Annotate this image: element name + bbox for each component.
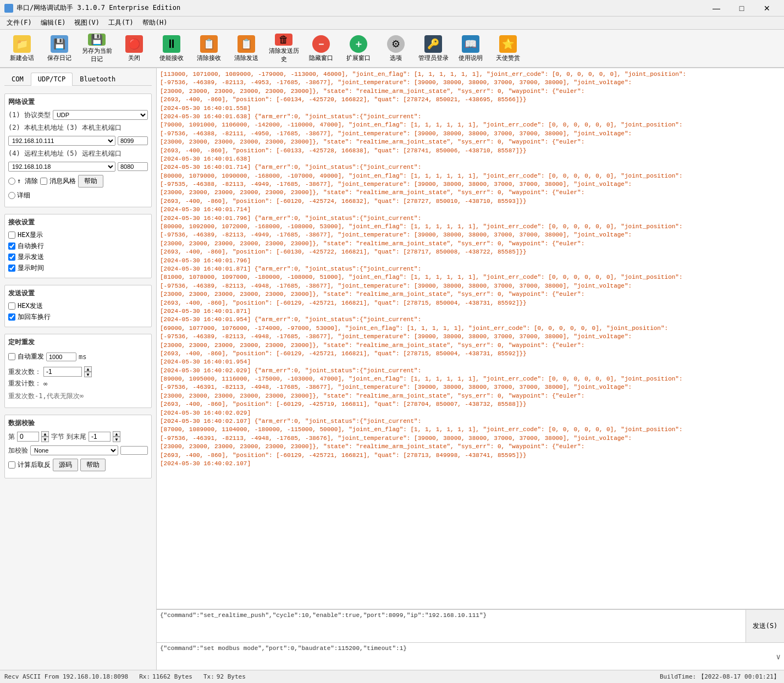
- resend-note-row: 重发次数-1,代表无限次∞: [8, 392, 148, 401]
- verify-end-down[interactable]: ▼: [113, 437, 120, 442]
- build-value: 【2022-08-17 00:01:21】: [698, 673, 780, 681]
- status-bar: Recv ASCII From 192.168.10.18:8098 Rx: 1…: [0, 670, 784, 683]
- protocol-select[interactable]: UDP: [53, 110, 148, 120]
- msg-format-label: 消息风格: [49, 177, 76, 186]
- verify-byte-up[interactable]: ▲: [41, 431, 49, 437]
- verify-end-spinner: ▲ ▼: [89, 431, 120, 442]
- show-time-check[interactable]: 显示时间: [8, 263, 148, 273]
- verify-byte-row: 第 ▲ ▼ 字节 到末尾 ▲ ▼: [8, 431, 148, 442]
- recv-info: Recv ASCII From 192.168.10.18:8098: [4, 673, 128, 680]
- verify-end-input[interactable]: [89, 432, 111, 442]
- help-btn-network[interactable]: 帮助: [78, 175, 103, 188]
- receive-settings-box: 接收设置 HEX显示 自动换行 显示发送 显示时间: [4, 214, 152, 278]
- save-log-button[interactable]: 💾 保存日记: [42, 32, 77, 65]
- detail-radio[interactable]: 详细: [8, 191, 30, 200]
- close-button-toolbar[interactable]: 🔴 关闭: [117, 32, 152, 65]
- tab-udptcp[interactable]: UDP/TCP: [31, 73, 73, 86]
- resend-count-up[interactable]: ▲: [84, 366, 92, 372]
- clear-recv-icon: 📋: [200, 35, 218, 53]
- saveas-log-button[interactable]: 💾 另存为当前日记: [79, 32, 114, 65]
- tab-bluetooth[interactable]: Bluetooth: [73, 73, 123, 85]
- angel-label: 天使赞赏: [496, 54, 520, 62]
- hex-display-check[interactable]: HEX显示: [8, 230, 148, 240]
- clear-recv-button[interactable]: 📋 清除接收: [191, 32, 227, 65]
- checksum-select[interactable]: None: [30, 445, 118, 455]
- protocol-row: (1) 协议类型 UDP: [8, 110, 148, 120]
- menu-help[interactable]: 帮助(H): [138, 17, 172, 29]
- show-send-check[interactable]: 显示发送: [8, 252, 148, 262]
- clear-label: ↑ 清除: [17, 177, 38, 186]
- verify-byte-unit: 字节: [51, 432, 64, 442]
- close-button[interactable]: ✕: [754, 0, 780, 16]
- timed-resend-box: 定时重发 自动重发 ms 重发次数： ▲ ▼ 重发计数： ∞: [4, 334, 152, 408]
- expand-window-button[interactable]: ＋ 扩展窗口: [341, 32, 376, 65]
- remote-port-label: (5) 远程主机端口: [66, 149, 122, 158]
- remote-host-label: (4) 远程主机地址: [8, 149, 64, 158]
- invert-row: 计算后取反 源码 帮助: [8, 459, 148, 471]
- clear-radio[interactable]: ↑ 清除: [8, 177, 38, 186]
- menu-tools[interactable]: 工具(T): [104, 17, 138, 29]
- auto-run-check[interactable]: 自动换行: [8, 241, 148, 251]
- options-label: 选项: [390, 54, 402, 62]
- clear-send-icon: 📋: [238, 35, 255, 53]
- help-btn-verify[interactable]: 帮助: [80, 459, 106, 471]
- verify-byte-down[interactable]: ▼: [41, 437, 49, 442]
- resend-count-row: 重发次数： ▲ ▼: [8, 366, 148, 377]
- hex-send-check[interactable]: HEX发送: [8, 301, 148, 311]
- network-settings-title: 网络设置: [8, 97, 148, 107]
- auto-resend-check[interactable]: 自动重发: [8, 352, 44, 361]
- help-button[interactable]: 📖 使用说明: [453, 32, 488, 65]
- resend-count-down[interactable]: ▼: [84, 372, 92, 377]
- verify-byte-input[interactable]: [17, 432, 39, 442]
- send-button[interactable]: 发送(S): [746, 610, 784, 642]
- resend-count-input[interactable]: [43, 367, 82, 377]
- menu-edit[interactable]: 编辑(E): [36, 17, 70, 29]
- checksum-value-input[interactable]: [120, 446, 148, 455]
- tx-status: Tx: 92 Bytes: [203, 673, 246, 680]
- enable-recv-icon: ⏸: [163, 35, 180, 53]
- minimize-button[interactable]: —: [704, 0, 729, 16]
- new-session-label: 新建会话: [10, 54, 34, 62]
- menu-bar: 文件(F) 编辑(E) 视图(V) 工具(T) 帮助(H): [0, 16, 784, 30]
- remote-host-select[interactable]: 192.168.10.18: [8, 162, 115, 172]
- build-label: BuildTime:: [660, 673, 696, 680]
- send-input-2[interactable]: [157, 643, 784, 670]
- auto-newline-check[interactable]: 加回车换行: [8, 312, 148, 322]
- detail-row: 详细: [8, 191, 148, 200]
- remote-port-input[interactable]: [118, 162, 148, 171]
- send-area-2: ∨: [157, 642, 784, 670]
- save-log-icon: 💾: [51, 35, 68, 53]
- clear-recv-label: 清除接收: [197, 54, 221, 62]
- menu-file[interactable]: 文件(F): [2, 17, 36, 29]
- tab-com[interactable]: COM: [4, 73, 31, 85]
- send-input-1[interactable]: [157, 610, 746, 642]
- rx-value: 11662 Bytes: [152, 673, 192, 680]
- resend-interval-input[interactable]: [46, 352, 76, 361]
- menu-view[interactable]: 视图(V): [70, 17, 104, 29]
- window-title: 串口/网络调试助手 3.1.0.7 Enterprise Edition: [16, 3, 704, 13]
- new-session-button[interactable]: 📁 新建会话: [4, 32, 40, 65]
- hide-window-button[interactable]: － 隐藏窗口: [303, 32, 339, 65]
- msg-format-check[interactable]: 消息风格: [40, 177, 76, 186]
- local-host-select[interactable]: 192.168.10.111: [8, 136, 115, 146]
- src-btn[interactable]: 源码: [53, 459, 78, 471]
- data-display[interactable]: [113000, 1071000, 1089000, -179000, -113…: [157, 68, 784, 609]
- clear-send-button[interactable]: 📋 清除发送: [229, 32, 264, 65]
- expand-window-icon: ＋: [350, 35, 367, 53]
- options-button[interactable]: ⚙ 选项: [378, 32, 413, 65]
- admin-login-button[interactable]: 🔑 管理员登录: [416, 32, 451, 65]
- main-content: COM UDP/TCP Bluetooth 网络设置 (1) 协议类型 UDP …: [0, 68, 784, 670]
- angel-button[interactable]: ⭐ 天使赞赏: [490, 32, 526, 65]
- remote-host-row: (4) 远程主机地址 (5) 远程主机端口: [8, 149, 148, 158]
- invert-check[interactable]: 计算后取反: [8, 460, 51, 470]
- clear-row: ↑ 清除 消息风格 帮助: [8, 175, 148, 188]
- local-host-row: (2) 本机主机地址 (3) 本机主机端口: [8, 123, 148, 133]
- maximize-button[interactable]: □: [729, 0, 754, 16]
- right-panel: [113000, 1071000, 1089000, -179000, -113…: [157, 68, 784, 670]
- clear-history-button[interactable]: 🗑 清除发送历史: [266, 32, 301, 65]
- verify-end-up[interactable]: ▲: [113, 431, 120, 437]
- save-log-label: 保存日记: [47, 54, 71, 62]
- local-port-input[interactable]: [118, 136, 148, 145]
- enable-recv-button[interactable]: ⏸ 使能接收: [154, 32, 189, 65]
- checksum-row: 加校验 None: [8, 445, 148, 455]
